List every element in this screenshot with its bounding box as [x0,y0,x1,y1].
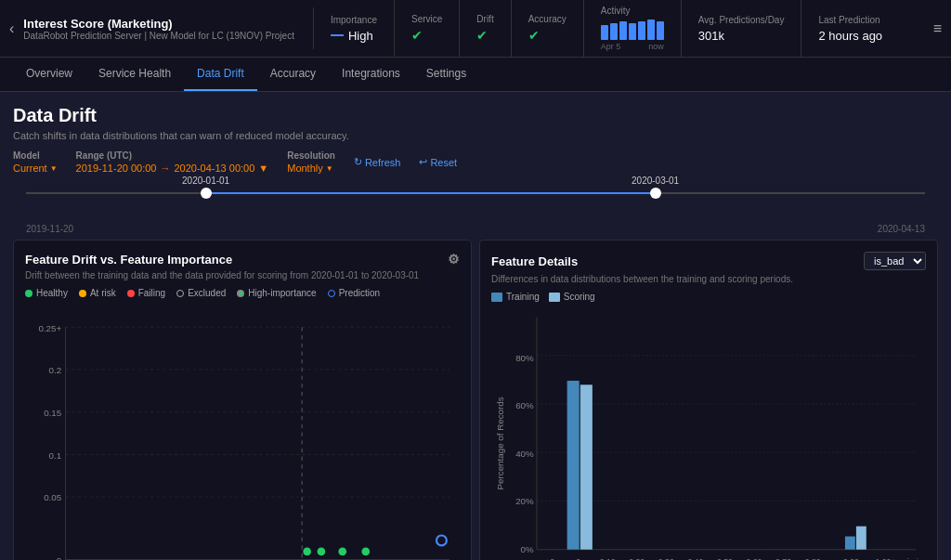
header-title-block: Interest Score (Marketing) DataRobot Pre… [23,0,294,57]
app-title: Interest Score (Marketing) [23,17,294,31]
activity-bars [601,20,664,40]
slider-date-left: 2019-11-20 [26,224,73,234]
svg-text:0.25+: 0.25+ [38,323,61,333]
bar-score-0 [580,384,593,549]
importance-value: High [331,29,373,43]
slider-date-right: 2020-04-13 [878,224,925,234]
legend-prediction-dot [328,290,335,297]
bar-score-090 [856,527,866,550]
legend-failing-dot [127,290,135,297]
scatter-settings-icon[interactable]: ⚙ [448,252,460,267]
svg-text:60%: 60% [515,400,534,410]
avg-predictions-value: 301k [698,29,724,43]
activity-bar [657,21,664,40]
resolution-dropdown[interactable]: Monthly ▼ [287,163,335,174]
svg-text:80%: 80% [515,353,534,363]
activity-chart: Apr 5 now [601,20,664,51]
reset-button[interactable]: ↩ Reset [419,156,457,168]
tab-accuracy[interactable]: Accuracy [257,58,329,91]
accuracy-check-icon: ✔ [528,28,540,43]
slider-thumb-left[interactable] [201,188,212,199]
header: ‹ Interest Score (Marketing) DataRobot P… [0,0,951,58]
last-prediction-label: Last Prediction [818,15,879,25]
slider-fill [206,192,656,194]
back-button[interactable]: ‹ [9,0,14,57]
activity-bar [619,21,627,40]
scatter-title-row: Feature Drift vs. Feature Importance ⚙ [25,252,460,267]
svg-text:0%: 0% [521,544,534,554]
accuracy-label: Accuracy [528,14,567,24]
model-dropdown[interactable]: Current ▼ [13,163,58,174]
feature-selector[interactable]: is_bad [864,252,926,270]
scatter-svg: Drift 0.25+ 0.2 0.15 0.1 0.05 0 [25,306,460,560]
range-chevron-icon: ▼ [258,163,268,174]
legend-high-importance-dot [237,290,244,297]
nav-tabs: Overview Service Health Data Drift Accur… [0,58,951,92]
svg-text:20%: 20% [515,496,534,506]
tab-service-health[interactable]: Service Health [85,58,184,91]
date-range-picker[interactable]: 2019-11-20 00:00 → 2020-04-13 00:00 ▼ [76,163,269,174]
slider-date-range: 2019-11-20 2020-04-13 [26,224,925,234]
refresh-icon: ↻ [354,156,362,168]
feature-details-subtitle: Differences in data distributions betwee… [491,274,926,284]
scatter-panel: Feature Drift vs. Feature Importance ⚙ D… [13,240,472,560]
activity-bar [629,23,636,40]
scatter-subtitle: Drift between the training data and the … [25,270,460,280]
metric-last-prediction: Last Prediction 2 hours ago [801,0,899,57]
scatter-prediction-point [436,535,447,545]
activity-bar [647,20,655,40]
drift-label: Drift [476,14,493,24]
slider-thumb-right[interactable] [650,188,661,199]
header-menu-button[interactable]: ≡ [919,0,942,57]
bar-train-090 [845,537,855,550]
legend-training: Training [491,292,540,302]
refresh-button[interactable]: ↻ Refresh [354,156,401,168]
reset-icon: ↩ [419,156,427,168]
metric-drift: Drift ✔ [460,0,511,57]
main-content: Data Drift Catch shifts in data distribu… [0,92,951,560]
header-metrics: Importance High Service ✔ Drift ✔ Accura… [314,0,919,57]
slider-right-label: 2020-03-01 [632,176,679,186]
activity-dates: Apr 5 now [601,42,664,51]
charts-row: Feature Drift vs. Feature Importance ⚙ D… [13,240,938,560]
legend-healthy-dot [25,290,33,297]
scatter-chart-title: Feature Drift vs. Feature Importance [25,253,232,267]
last-prediction-value: 2 hours ago [818,29,882,43]
service-label: Service [411,14,442,24]
tab-integrations[interactable]: Integrations [329,58,413,91]
importance-line-icon [331,34,344,36]
page-description: Catch shifts in data distributions that … [13,130,938,141]
bar-train-0 [567,381,580,550]
activity-bar [638,21,645,40]
metric-importance: Importance High [314,0,395,57]
model-chevron-icon: ▼ [50,164,58,173]
svg-text:0.1: 0.1 [49,450,62,461]
legend-excluded-dot [176,290,184,297]
metric-accuracy: Accuracy ✔ [512,0,584,57]
svg-text:0.2: 0.2 [49,365,62,375]
importance-label: Importance [331,15,377,25]
feature-details-panel: Feature Details is_bad Differences in da… [479,240,938,560]
range-arrow-icon: → [160,163,170,174]
svg-text:0.15: 0.15 [44,408,62,418]
scatter-point [303,548,311,556]
feature-details-chart-body: Percentage of Records 0% 20% 40% 60% 80% [491,306,926,560]
date-range-slider[interactable]: 2020-01-01 2020-03-01 2019-11-20 2020-04… [26,192,925,234]
feature-details-title: Feature Details [491,254,578,268]
bar-legend: Training Scoring [491,292,926,302]
range-label: Range (UTC) [76,150,269,161]
svg-text:40%: 40% [515,449,534,459]
slider-track [26,192,925,194]
scatter-point [318,548,326,556]
scatter-legend: Healthy At risk Failing Excluded High-im… [25,288,460,298]
tab-settings[interactable]: Settings [413,58,479,91]
app-subtitle: DataRobot Prediction Server | New Model … [23,31,294,41]
slider-track-container: 2020-01-01 2020-03-01 [26,192,925,220]
avg-predictions-label: Avg. Predictions/Day [698,15,785,25]
metric-avg-predictions: Avg. Predictions/Day 301k [682,0,802,57]
tab-data-drift[interactable]: Data Drift [184,58,257,91]
legend-high-importance: High-importance [237,288,316,298]
legend-scoring: Scoring [549,292,595,302]
bar-chart-svg: Percentage of Records 0% 20% 40% 60% 80% [491,306,926,560]
tab-overview[interactable]: Overview [13,58,85,91]
